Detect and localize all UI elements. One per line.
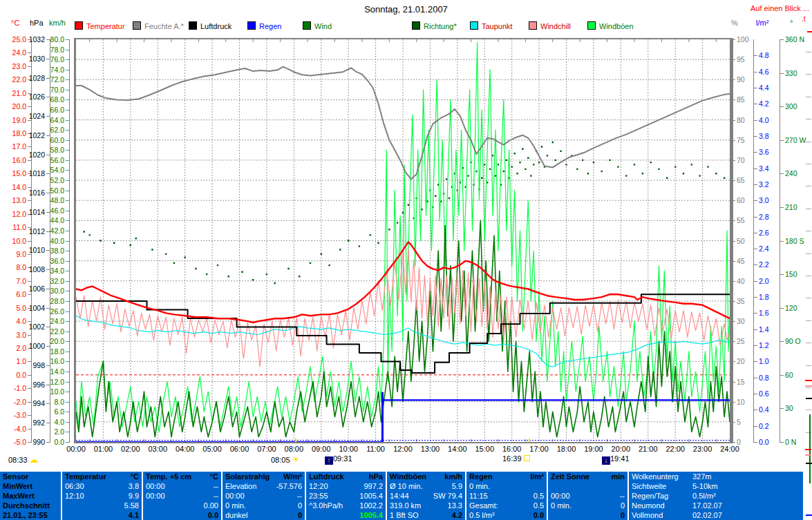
table-col-astro-info: Wolkenunterg327mSichtweite5-10kmRegen/Ta… — [629, 472, 812, 520]
x-axis-hour-label: 11:00 — [366, 445, 385, 453]
moonset-icon: ↓ — [602, 456, 610, 465]
table-row: 4.1 — [62, 510, 142, 520]
clipped-panel-mark — [805, 449, 811, 450]
table-row: Elevation-57.576 — [223, 481, 305, 491]
table-row: 11:150.5 — [466, 491, 547, 501]
clipped-panel-mark — [805, 380, 812, 381]
table-col-temperatur: Temperatur°C06:303.812:109.95.584.1 — [62, 472, 143, 520]
table-col-windb-en: Windböenkm/hØ 10 min.5.914:44SW 79.4319.… — [387, 472, 466, 520]
sun-below-horizon-icon — [524, 455, 530, 461]
table-row: 21.01., 23:55 — [0, 510, 61, 520]
weather-app-window: Sonntag, 21.01.2007 Auf einen Blick ... … — [0, 0, 812, 520]
clipped-panel-mark — [806, 231, 811, 231]
table-row: 0 min.0 — [223, 501, 305, 510]
x-axis-hour-label: 13:00 — [421, 445, 440, 453]
table-row: 0 min.0 — [548, 501, 627, 510]
x-axis-hour-label: 07:00 — [257, 445, 276, 453]
clipped-panel-mark — [806, 298, 811, 298]
x-axis-hour-label: 08:00 — [285, 445, 304, 453]
x-axis-hour-label: 09:00 — [312, 445, 331, 453]
table-row: 0 — [548, 510, 627, 520]
sunset-marker: 16:39 — [502, 454, 530, 463]
x-axis-hour-label: 17:00 — [529, 445, 549, 453]
plot-frame-bottom — [74, 442, 733, 443]
clipped-panel-mark — [806, 119, 811, 119]
table-row: MinWert — [0, 481, 61, 491]
cloud-icon: ☁ — [30, 454, 39, 465]
table-row: Regen/Tag0.5l/m² — [629, 491, 812, 501]
sunrise-marker: 08:05 ☀ — [271, 454, 300, 465]
moonset-marker: ↓19:41 — [602, 454, 630, 465]
clipped-panel-mark — [805, 385, 812, 387]
table-row: Temp. +5 cm°C — [143, 472, 221, 481]
clipped-panel-mark — [806, 253, 811, 254]
table-row: Durchschnitt — [0, 501, 61, 510]
table-row — [548, 481, 627, 491]
clipped-panel-mark — [806, 463, 812, 464]
clipped-panel-mark — [806, 164, 811, 164]
table-row: SolarstrahlgW/m² — [223, 472, 305, 481]
table-col-temp-5-cm: Temp. +5 cm°C00:00--00:00--0.000.0 — [143, 472, 223, 520]
table-col-solarstrahlg: SolarstrahlgW/m²Elevation-57.57600:00--0… — [223, 472, 306, 520]
x-axis-hour-label: 12:00 — [393, 445, 413, 453]
clipped-panel-mark — [806, 142, 811, 142]
clipped-panel-mark — [806, 365, 811, 366]
table-row: 5.58 — [62, 501, 142, 510]
x-axis-hour-label: 21:00 — [639, 445, 658, 453]
table-row: 12:20997.2 — [306, 481, 386, 491]
clipped-panel-mark — [806, 410, 811, 410]
table-row: ^3.0hPa/h1002.2 — [306, 501, 386, 510]
clipped-panel-mark — [806, 209, 811, 209]
table-row: 319.0 km13.3 — [387, 501, 465, 510]
clipped-panel-mark — [806, 74, 811, 75]
x-axis-hour-label: 23:00 — [693, 445, 712, 453]
table-row: LuftdruckhPa — [306, 472, 386, 481]
x-axis-hour-label: 16:00 — [502, 445, 522, 453]
x-axis-hour-label: 20:00 — [612, 445, 631, 453]
table-row: Neumond17.02.07 — [629, 501, 812, 510]
x-axis-hour-label: 04:00 — [176, 445, 195, 453]
clipped-panel-mark — [806, 387, 811, 388]
table-row: Ø 10 min.5.9 — [387, 481, 465, 491]
grid-lines — [76, 39, 730, 442]
weather-chart — [0, 0, 812, 520]
table-col-regen: Regenl/m²0 min.11:150.5Gesamt:0.50.5 l/m… — [466, 472, 548, 520]
table-row: Temperatur°C — [62, 472, 142, 481]
clipped-panel-mark — [806, 276, 811, 276]
sun-icon: ☀ — [292, 454, 301, 465]
table-row: 06:303.8 — [62, 481, 142, 491]
x-axis-hour-label: 10:00 — [339, 445, 358, 453]
clipped-panel-mark — [805, 454, 811, 456]
clipped-panel-mark — [806, 343, 811, 343]
x-axis-hour-label: 03:00 — [148, 445, 167, 453]
bottom-left-time-marker: 08:33 ☁ — [8, 454, 39, 465]
clipped-panel-mark — [807, 31, 812, 32]
table-row: 0 min. — [466, 481, 547, 491]
table-row: Sichtweite5-10km — [629, 481, 812, 491]
table-row: dunkel0 — [223, 510, 305, 520]
table-row: 00:00-- — [143, 491, 221, 501]
table-row: 1005.4 — [306, 510, 386, 520]
x-axis-hour-label: 01:00 — [94, 445, 113, 453]
table-row: 12:109.9 — [62, 491, 142, 501]
table-row: 0.00 — [143, 501, 221, 510]
table-row: 1 Bft SO4.2 — [387, 510, 465, 520]
plot-frame-top — [74, 38, 733, 39]
x-axis-hour-label: 15:00 — [475, 445, 494, 453]
table-row: 00:00-- — [143, 481, 221, 491]
x-axis-hour-label: 14:00 — [448, 445, 467, 453]
clipped-panel-mark — [806, 52, 811, 52]
x-axis-hour-label: 05:00 — [202, 445, 222, 453]
clipped-panel-mark — [806, 398, 812, 399]
clipped-panel-mark — [806, 97, 811, 97]
moonrise-icon: ↑ — [325, 456, 333, 465]
table-col-sensor: SensorMinWertMaxWertDurchschnitt21.01., … — [0, 472, 62, 520]
table-row: 00:00-- — [223, 491, 305, 501]
table-col-luftdruck: LuftdruckhPa12:20997.223:551005.4^3.0hPa… — [306, 472, 387, 520]
table-row: Windböenkm/h — [387, 472, 465, 481]
clipped-panel-mark — [803, 442, 812, 520]
moonrise-marker: ↑09:31 — [325, 454, 352, 465]
table-row: Sensor — [0, 472, 61, 481]
statistics-table: SensorMinWertMaxWertDurchschnitt21.01., … — [0, 472, 812, 520]
x-axis-hour-label: 00:00 — [66, 445, 86, 453]
